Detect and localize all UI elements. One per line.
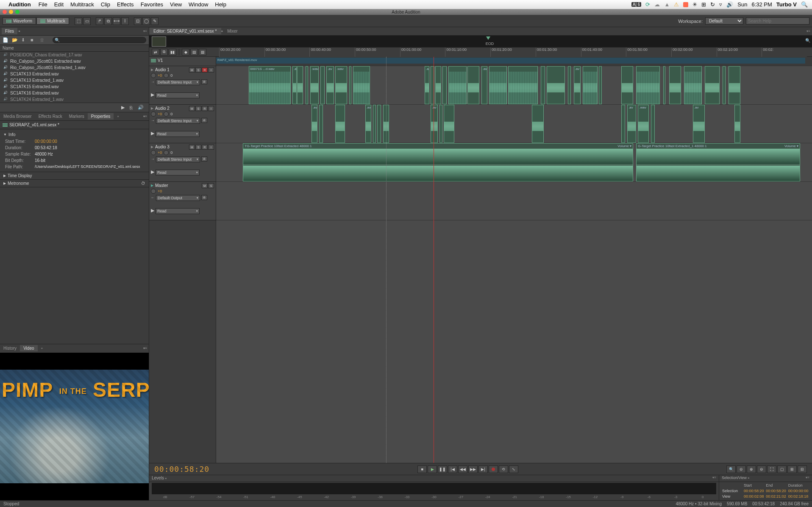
clock-day[interactable]: Sun: [737, 1, 747, 8]
audio-clip[interactable]: [684, 66, 702, 104]
file-item[interactable]: SC1ATK13 Extracted.wav: [0, 71, 149, 77]
track-lanes[interactable]: RAPZ_v01 Rendered.mov 00071S ...d.wav .a…: [216, 57, 812, 463]
audio-clip[interactable]: .av: [292, 66, 297, 104]
track-name[interactable]: Audio 1: [155, 67, 170, 72]
solo-button[interactable]: S: [208, 183, 214, 188]
gain-knob[interactable]: [151, 150, 156, 155]
file-item[interactable]: Rio_Calypso_JScott01 Extracted_1.wav: [0, 64, 149, 71]
displays-icon[interactable]: ⊞: [701, 1, 706, 8]
selview-tab[interactable]: Selection/View: [722, 476, 747, 480]
disclosure-icon[interactable]: ▶: [151, 169, 154, 175]
stop-button[interactable]: ■: [417, 465, 427, 473]
app-name[interactable]: Audition: [8, 1, 31, 8]
panel-menu-icon[interactable]: ▾≡: [143, 29, 147, 33]
audio-clip[interactable]: [547, 66, 565, 104]
file-name-header[interactable]: Name: [0, 45, 149, 52]
metronome-icon[interactable]: ⏱: [141, 181, 145, 186]
eod-marker[interactable]: EOD: [486, 42, 494, 46]
multitrack-mode-button[interactable]: Multitrack: [36, 17, 69, 25]
warn-icon[interactable]: ⚠: [674, 1, 679, 8]
sync-icon[interactable]: ☁: [654, 1, 660, 8]
audio-clip[interactable]: [489, 66, 507, 104]
loop-icon[interactable]: ⎘: [130, 105, 133, 110]
tab-close-icon[interactable]: ×: [18, 29, 20, 33]
audio1-track-header[interactable]: ▶Audio 1 MSRI +00 →Default Stereo Input⊘…: [149, 66, 216, 105]
time-machine-icon[interactable]: ↻: [710, 1, 715, 8]
levels-tab[interactable]: Levels: [152, 476, 164, 480]
input-select[interactable]: Default Stereo Input: [156, 156, 200, 162]
monitor-button[interactable]: I: [208, 106, 214, 111]
fx-icon[interactable]: ⊘: [201, 156, 207, 162]
audio-clip[interactable]: .av: [326, 66, 334, 104]
track-name[interactable]: Audio 2: [155, 106, 170, 111]
gain-value[interactable]: +0: [158, 150, 162, 155]
audio-clip[interactable]: G-Target Practice 10fast Extracted_1 480…: [636, 143, 800, 181]
spectral-icon[interactable]: ▤: [190, 49, 198, 56]
audio-clip[interactable]: .wav: [638, 105, 648, 143]
automation-mode[interactable]: Read: [156, 131, 200, 137]
preview-icon[interactable]: ▨: [199, 49, 206, 56]
video-tab[interactable]: Video: [20, 345, 37, 351]
input-select[interactable]: Default Stereo Input: [156, 118, 200, 124]
automation-mode[interactable]: Read: [156, 170, 200, 176]
selection-end[interactable]: 00:00:58:20: [765, 488, 787, 493]
disclosure-icon[interactable]: ▶: [151, 68, 153, 72]
audio-clip[interactable]: [599, 66, 602, 104]
gain-value[interactable]: +0: [158, 189, 162, 193]
files-tab[interactable]: Files: [2, 28, 17, 34]
gain-knob[interactable]: [151, 73, 156, 78]
disclosure-icon[interactable]: ▶: [151, 106, 153, 110]
gain-value[interactable]: +0: [158, 112, 162, 116]
audio-clip[interactable]: [319, 105, 323, 143]
record-button[interactable]: [489, 465, 498, 473]
zoom-out-amp-icon[interactable]: ⊖: [757, 465, 766, 473]
audio-clip[interactable]: .av: [574, 66, 581, 104]
pan-value[interactable]: 0: [170, 112, 172, 116]
ripple-icon[interactable]: ⧉: [160, 49, 168, 56]
tab-close-icon[interactable]: ×: [165, 476, 167, 480]
audio-clip[interactable]: [306, 66, 308, 104]
tool-move[interactable]: ⬚: [75, 17, 82, 25]
solo-button[interactable]: S: [195, 67, 201, 72]
audio-clip[interactable]: [335, 105, 345, 143]
spotlight-icon[interactable]: 🔍: [801, 1, 808, 8]
master-lane[interactable]: [216, 182, 812, 220]
rewind-button[interactable]: ◀◀: [458, 465, 467, 473]
overview-zoom-icon[interactable]: 🔍: [805, 38, 810, 43]
history-tab[interactable]: History: [0, 345, 20, 351]
waveform-mode-button[interactable]: Waveform: [3, 17, 36, 25]
tab-close-icon[interactable]: ×: [38, 345, 47, 351]
video-track-header[interactable]: V1: [149, 57, 216, 66]
audio-clip[interactable]: [621, 105, 625, 143]
gain-knob[interactable]: [151, 111, 156, 117]
media-browser-tab[interactable]: Media Browser: [0, 113, 35, 120]
tab-close-icon[interactable]: ×: [114, 114, 122, 119]
solo-button[interactable]: S: [195, 145, 201, 150]
audio-clip[interactable]: [320, 66, 325, 104]
hud-icon[interactable]: ▮▮: [169, 49, 176, 56]
adobe-badge-icon[interactable]: A| 6: [631, 2, 642, 7]
audio-clip[interactable]: [435, 66, 441, 104]
tool-razor[interactable]: ⊡: [134, 17, 142, 25]
snap-icon[interactable]: ⇄: [152, 49, 159, 56]
overview-bar[interactable]: EOD 🔍: [149, 36, 812, 47]
trash-icon[interactable]: 🗑: [40, 37, 46, 43]
panel-menu-icon[interactable]: ▾≡: [140, 114, 149, 119]
audio-clip[interactable]: [669, 66, 681, 104]
tool-slip[interactable]: ◯: [142, 17, 150, 25]
panel-menu-icon[interactable]: ▾≡: [806, 476, 809, 479]
gain-value[interactable]: +0: [158, 73, 162, 78]
markers-tab[interactable]: Markers: [66, 113, 88, 120]
tool-heal[interactable]: ✎: [151, 17, 159, 25]
panel-menu-icon[interactable]: ▾≡: [140, 345, 149, 351]
audio-clip[interactable]: [621, 66, 633, 104]
audio-clip[interactable]: [467, 66, 479, 104]
overview-viewport[interactable]: [152, 36, 166, 47]
mute-button[interactable]: M: [189, 106, 195, 111]
menu-edit[interactable]: Edit: [54, 1, 64, 8]
mute-button[interactable]: M: [189, 145, 195, 150]
mute-button[interactable]: M: [202, 183, 208, 188]
panel-menu-icon[interactable]: ▾≡: [806, 29, 812, 33]
fx-icon[interactable]: ⊘: [201, 118, 207, 123]
volume-icon[interactable]: 🔊: [726, 1, 733, 8]
